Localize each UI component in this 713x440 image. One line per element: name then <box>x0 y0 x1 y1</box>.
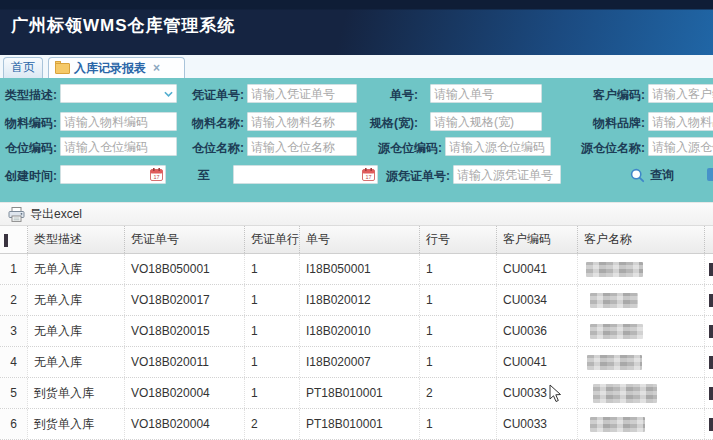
cell-clipped <box>705 378 713 408</box>
cell-customer-code: CU0033 <box>497 409 578 439</box>
type-desc-select[interactable] <box>60 84 177 103</box>
cell-order-no: PT18B010001 <box>300 378 420 408</box>
row-index: 6 <box>0 409 28 439</box>
cell-type: 到货单入库 <box>28 409 125 439</box>
cell-customer-name <box>578 254 705 284</box>
close-icon[interactable]: × <box>153 59 160 78</box>
redacted-customer-name <box>590 293 638 308</box>
material-brand-input[interactable] <box>648 112 713 131</box>
table-row[interactable]: 4 无单入库 VO18B020011 1 I18B020007 1 CU0041 <box>0 347 713 378</box>
source-voucher-input[interactable] <box>453 165 561 184</box>
table-row[interactable]: 3 无单入库 VO18B020015 1 I18B020010 1 CU0036 <box>0 316 713 347</box>
source-bin-code-input[interactable] <box>445 137 551 156</box>
clipped-column-content <box>709 294 713 307</box>
col-header-line-no: 行号 <box>420 226 497 253</box>
cell-line-no: 1 <box>420 409 497 439</box>
cell-line-no: 1 <box>420 316 497 346</box>
search-button[interactable]: 查询 <box>630 166 696 184</box>
cell-customer-code: CU0041 <box>497 254 578 284</box>
tab-label: 入库记录报表 <box>74 59 146 78</box>
col-header-order-no: 单号 <box>300 226 420 253</box>
cell-order-no: I18B020012 <box>300 285 420 315</box>
cell-type: 无单入库 <box>28 347 125 377</box>
cell-voucher-no: VO18B020017 <box>125 285 245 315</box>
redacted-customer-name <box>586 262 643 277</box>
cell-voucher-no: VO18B020004 <box>125 378 245 408</box>
cell-clipped <box>705 409 713 439</box>
cell-line-no: 1 <box>420 347 497 377</box>
app-header: 广州标领WMS仓库管理系统 <box>0 0 713 55</box>
voucher-no-input[interactable] <box>247 84 357 103</box>
table-row[interactable]: 6 到货单入库 VO18B020004 2 PT18B010001 1 CU00… <box>0 409 713 440</box>
cell-customer-name <box>578 347 705 377</box>
bin-code-input[interactable] <box>60 137 177 156</box>
col-header-clipped <box>705 226 713 253</box>
table-row[interactable]: 2 无单入库 VO18B020017 1 I18B020012 1 CU0034 <box>0 285 713 316</box>
spec-width-input[interactable] <box>430 112 542 131</box>
tab-inbound-report[interactable]: 入库记录报表 × <box>48 57 185 78</box>
cell-type: 无单入库 <box>28 285 125 315</box>
cell-voucher-no: VO18B050001 <box>125 254 245 284</box>
redacted-customer-name <box>587 355 642 370</box>
clipped-toolbar-icon[interactable] <box>707 168 713 181</box>
type-desc-label: 类型描述: <box>2 86 57 105</box>
redacted-customer-name <box>590 324 643 339</box>
row-index: 4 <box>0 347 28 377</box>
col-header-voucher-no: 凭证单号 <box>125 226 245 253</box>
material-name-input[interactable] <box>247 112 357 131</box>
clipped-column-content <box>709 418 713 431</box>
cell-customer-code: CU0034 <box>497 285 578 315</box>
create-time-to-input[interactable] <box>233 165 378 184</box>
cell-type: 无单入库 <box>28 254 125 284</box>
create-time-label: 创建时间: <box>2 167 57 186</box>
bin-name-label: 仓位名称: <box>180 139 244 158</box>
material-brand-label: 物料品牌: <box>573 114 645 133</box>
table-header-row: 类型描述 凭证单号 凭证单行号 单号 行号 客户编码 客户名称 <box>0 226 713 254</box>
source-bin-name-input[interactable] <box>648 137 713 156</box>
cell-customer-name <box>578 285 705 315</box>
cell-voucher-no: VO18B020011 <box>125 347 245 377</box>
col-header-customer-name: 客户名称 <box>578 226 705 253</box>
cell-customer-name <box>578 316 705 346</box>
app-window: 广州标领WMS仓库管理系统 首页 入库记录报表 × 类型描述: 凭证单号: 单号… <box>0 0 713 440</box>
svg-text:17: 17 <box>153 174 159 180</box>
cell-customer-code: CU0033 <box>497 378 578 408</box>
bin-code-label: 仓位编码: <box>2 139 57 158</box>
cell-customer-code: CU0036 <box>497 316 578 346</box>
cell-order-no: I18B050001 <box>300 254 420 284</box>
magnifier-icon <box>630 168 645 183</box>
spec-width-label: 规格(宽): <box>362 114 418 133</box>
table-row[interactable]: 1 无单入库 VO18B050001 1 I18B050001 1 CU0041 <box>0 254 713 285</box>
row-index: 2 <box>0 285 28 315</box>
cell-voucher-no: VO18B020004 <box>125 409 245 439</box>
tab-home[interactable]: 首页 <box>3 57 43 78</box>
create-time-to-field[interactable]: 17 <box>233 165 378 184</box>
chevron-down-icon <box>164 91 173 97</box>
redacted-customer-name <box>590 417 645 432</box>
grid-toolbar: 导出excel <box>0 202 713 226</box>
cell-voucher-line: 1 <box>245 254 300 284</box>
order-no-input[interactable] <box>430 84 542 103</box>
create-time-from-field[interactable]: 17 <box>60 165 166 184</box>
to-label: 至 <box>188 167 220 184</box>
folder-icon <box>55 63 70 74</box>
cell-clipped <box>705 347 713 377</box>
bin-name-input[interactable] <box>247 137 357 156</box>
export-excel-button[interactable]: 导出excel <box>30 206 82 223</box>
material-code-input[interactable] <box>60 112 177 131</box>
voucher-no-label: 凭证单号: <box>180 86 244 105</box>
calendar-icon[interactable]: 17 <box>150 168 163 181</box>
cell-voucher-line: 1 <box>245 285 300 315</box>
material-code-label: 物料编码: <box>2 114 57 133</box>
col-header-type: 类型描述 <box>28 226 125 253</box>
row-index: 1 <box>0 254 28 284</box>
inbound-records-table: 类型描述 凭证单号 凭证单行号 单号 行号 客户编码 客户名称 1 无单入库 V… <box>0 226 713 440</box>
cell-type: 到货单入库 <box>28 378 125 408</box>
material-name-label: 物料名称: <box>180 114 244 133</box>
search-label: 查询 <box>650 167 674 184</box>
customer-code-input[interactable] <box>648 84 713 103</box>
redacted-customer-name <box>593 384 657 403</box>
table-row[interactable]: 5 到货单入库 VO18B020004 1 PT18B010001 2 CU00… <box>0 378 713 409</box>
cell-clipped <box>705 285 713 315</box>
cell-order-no: I18B020007 <box>300 347 420 377</box>
